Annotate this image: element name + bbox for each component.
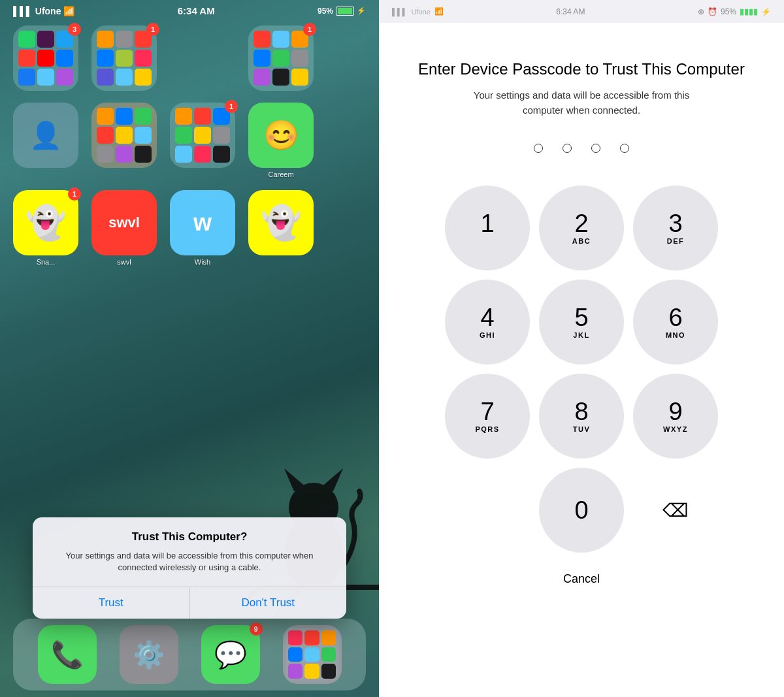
key-2[interactable]: 2 ABC — [539, 186, 624, 270]
mini-t1 — [116, 69, 133, 86]
key-6[interactable]: 6 MNO — [633, 280, 718, 365]
folder-3[interactable] — [248, 25, 314, 91]
dock-phone-app[interactable]: 📞 — [38, 625, 97, 684]
wish-icon: w — [193, 209, 212, 236]
key-8-letters: TUV — [573, 425, 591, 433]
folder-1[interactable] — [13, 25, 78, 91]
mini-p1 — [135, 50, 152, 67]
mini-g3 — [135, 108, 152, 125]
swvl-app[interactable]: swvl — [91, 190, 157, 255]
dock-settings-app[interactable]: ⚙️ — [120, 625, 178, 684]
mini-t3 — [135, 127, 152, 144]
key-8[interactable]: 8 TUV — [539, 374, 624, 459]
mini-t4 — [175, 146, 192, 163]
snapchat2-app[interactable]: 👻 — [248, 190, 314, 255]
badge-1c: 1 — [225, 100, 238, 113]
right-location: ⊕ — [698, 7, 704, 16]
key-3-number: 3 — [668, 211, 682, 236]
mini-g2 — [272, 50, 289, 67]
right-panel: ▌▌▌ Ufone 📶 6:34 AM ⊕ ⏰ 95% ▮▮▮▮ ⚡ Enter… — [379, 0, 784, 697]
trust-button[interactable]: Trust — [33, 587, 190, 619]
key-2-number: 2 — [574, 211, 588, 236]
snap-ghost: 👻 — [25, 204, 66, 242]
mini-d3 — [135, 146, 152, 163]
app-row-3: 1 👻 Sna... swvl swvl w Wish — [13, 190, 366, 266]
wish-app[interactable]: w — [170, 190, 235, 255]
mini-d2 — [272, 69, 289, 86]
mini-r2 — [253, 31, 270, 48]
key-backspace[interactable]: ⌫ — [633, 468, 718, 553]
careem-app[interactable]: 😊 — [248, 103, 314, 168]
key-5[interactable]: 5 JKL — [539, 280, 624, 365]
right-status-bar: ▌▌▌ Ufone 📶 6:34 AM ⊕ ⏰ 95% ▮▮▮▮ ⚡ — [379, 0, 784, 23]
mini-youtube — [37, 50, 54, 67]
careem-icon: 😊 — [263, 118, 299, 152]
messages-badge: 9 — [250, 623, 263, 636]
dont-trust-button[interactable]: Don't Trust — [190, 587, 347, 619]
empty-space — [170, 25, 235, 91]
right-time: 6:34 AM — [556, 7, 585, 16]
dock-photos-app[interactable] — [283, 625, 342, 684]
mini-t2 — [272, 31, 289, 48]
folder-2[interactable] — [91, 25, 157, 91]
wifi-icon: 📶 — [63, 6, 74, 16]
mini-o3 — [97, 108, 114, 125]
status-time: 6:34 AM — [178, 5, 215, 16]
contacts-icon: 👤 — [29, 120, 62, 151]
svg-marker-3 — [320, 468, 343, 491]
mini-d4 — [213, 146, 230, 163]
key-4[interactable]: 4 GHI — [445, 280, 530, 365]
snapchat2-wrapper: 👻 — [248, 190, 314, 266]
mini-p4 — [194, 146, 211, 163]
app-grid: 3 1 — [0, 19, 379, 272]
careem-wrapper: 😊 Careem — [248, 103, 314, 178]
snapchat-app[interactable]: 👻 — [13, 190, 78, 255]
app-row-2: 👤 — [13, 103, 366, 178]
key-9-number: 9 — [668, 399, 682, 424]
key-0[interactable]: 0 — [539, 468, 624, 553]
mini-ph3 — [321, 630, 336, 645]
snap-ghost-2: 👻 — [261, 204, 301, 242]
badge-1b: 1 — [303, 23, 316, 36]
key-9-letters: WXYZ — [663, 425, 688, 433]
svg-marker-2 — [284, 468, 307, 491]
mini-o4 — [175, 108, 192, 125]
mini-y3 — [116, 127, 133, 144]
mini-msg — [37, 69, 54, 86]
passcode-dots — [534, 144, 629, 153]
dock-messages-wrapper: 9 💬 — [201, 625, 260, 684]
cancel-button[interactable]: Cancel — [563, 572, 600, 586]
dock: 📞 ⚙️ 9 💬 — [13, 619, 366, 690]
phone-icon: 📞 — [51, 640, 84, 670]
key-5-number: 5 — [574, 305, 588, 330]
folder-5[interactable] — [170, 103, 235, 168]
mini-fml — [18, 50, 35, 67]
mini-g4 — [175, 127, 192, 144]
key-4-letters: GHI — [480, 331, 495, 339]
mini-whatsapp — [18, 31, 35, 48]
key-7[interactable]: 7 PQRS — [445, 374, 530, 459]
key-1-letters — [486, 237, 489, 245]
key-3[interactable]: 3 DEF — [633, 186, 718, 270]
key-9[interactable]: 9 WXYZ — [633, 374, 718, 459]
folder-3-wrapper: 1 — [248, 25, 314, 91]
dot-2 — [563, 144, 572, 153]
mini-purple1 — [56, 69, 73, 86]
mini-blue1 — [56, 50, 73, 67]
folder-4[interactable] — [91, 103, 157, 168]
mini-p3 — [116, 146, 133, 163]
mini-r3 — [97, 127, 114, 144]
key-0-number: 0 — [574, 498, 588, 523]
key-1[interactable]: 1 — [445, 186, 530, 270]
snap-badge: 1 — [68, 187, 81, 201]
wish-label: Wish — [195, 258, 210, 266]
trust-dialog-title: Trust This Computer? — [46, 530, 333, 543]
contacts-app[interactable]: 👤 — [13, 103, 78, 168]
mini-b1 — [97, 50, 114, 67]
left-panel: ▌▌▌ Ufone 📶 6:34 AM 95% ⚡ 3 — [0, 0, 379, 697]
mini-ph8 — [304, 664, 319, 679]
dock-settings-wrapper: ⚙️ — [120, 625, 178, 684]
contacts-wrapper: 👤 — [13, 103, 78, 178]
dock-messages-app[interactable]: 💬 — [201, 625, 260, 684]
key-3-letters: DEF — [667, 237, 685, 245]
